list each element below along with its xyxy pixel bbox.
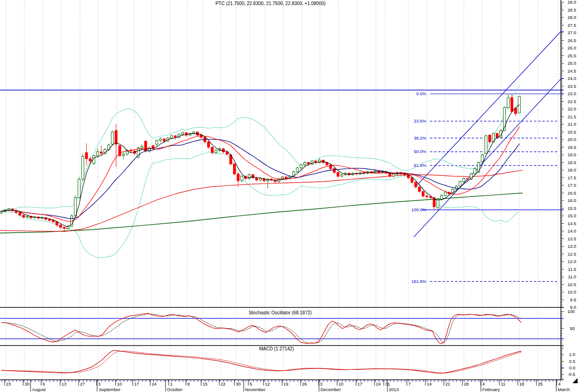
candle-body: [422, 191, 424, 196]
daily-tick-dot: [149, 380, 150, 381]
fib-label: 100.0%: [412, 207, 427, 212]
date-tick-label: 18: [519, 381, 524, 386]
candle-body: [97, 152, 99, 155]
price-tick-label: 25.0: [568, 61, 577, 66]
candle-body: [474, 169, 476, 174]
daily-tick-dot: [190, 380, 191, 381]
price-tick-label: 23.0: [568, 91, 577, 96]
daily-tick-dot: [331, 380, 331, 381]
daily-tick-dot: [227, 380, 228, 381]
candle-body: [455, 186, 458, 190]
candle-body: [63, 227, 66, 228]
daily-tick-dot: [527, 380, 527, 381]
chart-title: PTC (21.7500, 22.8300, 21.7500, 22.8300,…: [215, 1, 326, 6]
date-tick-label: 17: [134, 381, 139, 386]
candle-body: [156, 141, 158, 144]
price-tick-label: 11.5: [568, 267, 576, 272]
daily-tick-dot: [530, 380, 531, 381]
daily-tick-dot: [456, 380, 457, 381]
daily-tick-dot: [275, 380, 276, 381]
price-tick-label: 21.5: [568, 114, 577, 119]
metastock-chart-window: 0.0%23.6%38.2%50.0%61.8%100.0%161.8% 9.0…: [0, 0, 578, 392]
price-tick-label: 25.5: [568, 53, 577, 58]
date-tick-label: 3: [320, 381, 322, 386]
price-tick-label: 24.5: [568, 68, 577, 74]
candle-body: [237, 174, 240, 181]
candle-body: [341, 175, 343, 176]
price-tick-label: 11.0: [568, 274, 576, 279]
daily-tick-dot: [183, 380, 183, 381]
daily-tick-dot: [534, 380, 535, 381]
daily-tick-dot: [146, 380, 146, 381]
daily-tick-dot: [86, 380, 87, 381]
candle-body: [444, 192, 447, 196]
month-label: October: [167, 387, 183, 392]
price-tick-label: 17.5: [568, 175, 577, 180]
price-tick-label: 26.5: [568, 38, 577, 43]
daily-tick-dot: [371, 380, 372, 381]
daily-tick-dot: [175, 380, 176, 381]
price-tick-label: 15.0: [568, 213, 577, 218]
daily-tick-dot: [179, 380, 179, 381]
daily-tick-dot: [412, 380, 412, 381]
daily-tick-dot: [160, 380, 161, 381]
price-tick-label: 15.5: [568, 206, 577, 211]
date-tick-label: 10: [117, 381, 122, 386]
daily-tick-dot: [442, 380, 442, 381]
daily-tick-dot: [486, 380, 486, 381]
macd-tick-label: 0.5: [569, 359, 575, 364]
daily-tick-dot: [16, 380, 17, 381]
date-tick-label: 3: [98, 381, 100, 386]
daily-tick-dot: [242, 380, 242, 381]
candle-body: [171, 136, 173, 138]
price-tick-label: 14.5: [568, 221, 577, 226]
daily-tick-dot: [438, 380, 438, 381]
daily-tick-dot: [49, 380, 50, 381]
candle-body: [307, 163, 310, 164]
daily-tick-dot: [53, 380, 54, 381]
daily-tick-dot: [127, 380, 128, 381]
daily-tick-dot: [164, 380, 165, 381]
candle-body: [333, 169, 336, 172]
macd-title: MACD (1.27142): [259, 346, 294, 351]
date-tick-label: 15: [203, 381, 208, 386]
main-price-panel[interactable]: 0.0%23.6%38.2%50.0%61.8%100.0%161.8%: [0, 0, 561, 307]
main-chart-pane[interactable]: [0, 0, 561, 307]
candle-body: [463, 178, 465, 182]
price-tick-label: 14.0: [568, 228, 577, 233]
candle-body: [415, 182, 417, 187]
daily-tick-dot: [123, 380, 124, 381]
price-tick-label: 13.5: [568, 236, 577, 241]
candle-body: [304, 163, 306, 165]
daily-tick-dot: [549, 380, 549, 381]
daily-tick-dot: [260, 380, 261, 381]
candle-body: [160, 139, 162, 140]
daily-tick-dot: [75, 380, 76, 381]
price-tick-label: 26.0: [568, 45, 577, 50]
daily-tick-dot: [382, 380, 383, 381]
price-tick-label: 17.0: [568, 183, 577, 188]
daily-tick-dot: [308, 380, 309, 381]
month-label: February: [482, 387, 500, 392]
candle-body: [174, 136, 177, 137]
date-tick-label: 26: [302, 381, 307, 386]
daily-tick-dot: [279, 380, 279, 381]
candle-body: [211, 147, 214, 153]
candle-body: [208, 142, 210, 147]
candle-body: [426, 196, 428, 197]
daily-tick-dot: [38, 380, 39, 381]
price-tick-label: 20.5: [568, 129, 577, 135]
candle-body: [296, 168, 299, 172]
daily-tick-dot: [72, 380, 72, 381]
price-tick-label: 12.5: [568, 251, 577, 257]
daily-tick-dot: [497, 380, 498, 381]
daily-tick-dot: [231, 380, 231, 381]
candle-body: [411, 178, 413, 183]
date-tick-label: 17: [357, 381, 363, 386]
candle-body: [252, 175, 254, 178]
daily-tick-dot: [68, 380, 68, 381]
candle-body: [485, 136, 487, 153]
daily-tick-dot: [475, 380, 475, 381]
price-tick-label: 29.0: [568, 0, 577, 5]
daily-tick-dot: [246, 380, 246, 381]
